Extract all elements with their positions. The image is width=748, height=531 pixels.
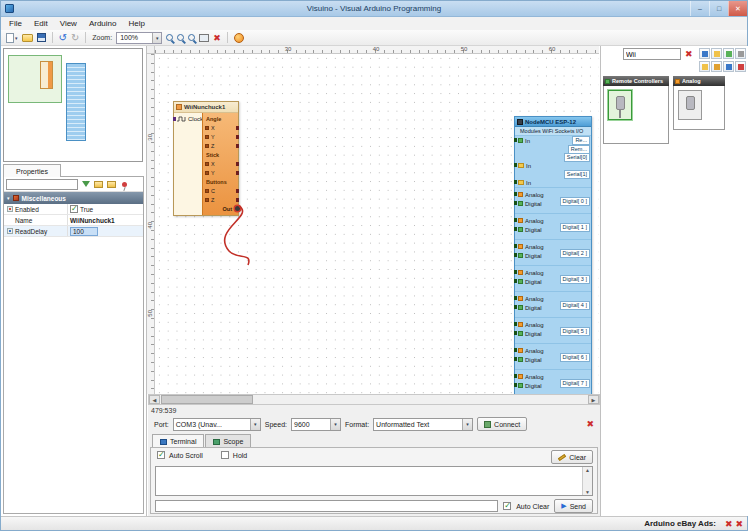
horizontal-scrollbar[interactable]: ◀ ▶: [148, 394, 600, 405]
terminal-scrollbar[interactable]: ▲▼: [582, 467, 592, 495]
nodemcu-header[interactable]: NodeMCU ESP-12: [515, 117, 591, 127]
pin-row[interactable]: Y: [203, 169, 238, 177]
serial-in-pin-row[interactable]: In: [515, 161, 591, 170]
filter-toggle-button[interactable]: [699, 48, 710, 59]
pin-row[interactable]: X: [203, 124, 238, 132]
menu-file[interactable]: File: [3, 17, 28, 30]
menu-help[interactable]: Help: [122, 17, 150, 30]
wiinunchuck-block[interactable]: WiiNunchuck1 Clock Angle X Y Z Stick X Y…: [173, 101, 239, 216]
analog-component-item[interactable]: [678, 90, 702, 120]
redo-button[interactable]: ↻: [71, 33, 79, 43]
input-pin[interactable]: [514, 270, 517, 274]
input-pin[interactable]: [514, 374, 517, 378]
tab-scope[interactable]: Scope: [205, 434, 251, 448]
input-pin[interactable]: [514, 331, 517, 335]
scroll-right-icon[interactable]: ▶: [588, 395, 599, 404]
pin-row[interactable]: C: [203, 187, 238, 195]
pin-row[interactable]: Z: [203, 142, 238, 150]
sort-button[interactable]: [723, 61, 734, 72]
property-category-row[interactable]: ▾ Miscellaneous: [4, 192, 143, 204]
input-pin[interactable]: [514, 138, 517, 142]
input-pin[interactable]: [514, 305, 517, 309]
clock-pin-row[interactable]: Clock: [174, 116, 203, 122]
disconnect-icon[interactable]: ✖: [586, 419, 594, 429]
minimap-viewport[interactable]: [8, 55, 62, 103]
auto-scroll-checkbox[interactable]: [157, 451, 165, 459]
close-ads-icon[interactable]: ✖: [725, 519, 733, 529]
component-search-input[interactable]: [623, 48, 681, 60]
wiinunchuck-component-item[interactable]: [608, 90, 632, 120]
input-pin[interactable]: [514, 163, 517, 167]
input-pin[interactable]: [514, 227, 517, 231]
nodemcu-block[interactable]: NodeMCU ESP-12 Modules WiFi Sockets I/O …: [514, 116, 592, 394]
zoom-in-button[interactable]: [166, 34, 173, 41]
collapse-categories-button[interactable]: [711, 61, 722, 72]
property-row-enabled[interactable]: Enabled True: [4, 204, 143, 215]
category-header[interactable]: Analog: [673, 76, 725, 86]
tab-properties[interactable]: Properties: [3, 164, 61, 177]
zoom-out-button[interactable]: [177, 34, 184, 41]
menu-view[interactable]: View: [54, 17, 83, 30]
zoom-fit-button[interactable]: [199, 34, 209, 42]
property-row-name[interactable]: Name WiiNunchuck1: [4, 215, 143, 226]
open-project-button[interactable]: [22, 34, 33, 42]
speed-select[interactable]: 9600▾: [291, 418, 341, 431]
output-pin[interactable]: [236, 126, 239, 130]
hold-checkbox[interactable]: [221, 451, 229, 459]
input-pin-row[interactable]: In Re...: [515, 136, 591, 145]
close-button[interactable]: ✕: [728, 1, 747, 16]
delete-button[interactable]: ✖: [213, 33, 221, 43]
pin-row[interactable]: X: [203, 160, 238, 168]
menu-edit[interactable]: Edit: [28, 17, 54, 30]
properties-filter-input[interactable]: [6, 179, 78, 190]
new-project-button[interactable]: ▾: [6, 33, 18, 43]
filter-properties-button[interactable]: [80, 179, 91, 190]
input-pin[interactable]: [514, 180, 517, 184]
collapse-all-button[interactable]: [106, 179, 117, 190]
send-input[interactable]: [155, 500, 498, 512]
category-header[interactable]: Remote Controllers: [603, 76, 669, 86]
input-pin[interactable]: [514, 192, 517, 196]
minimize-button[interactable]: –: [690, 1, 709, 16]
zoom-reset-button[interactable]: [188, 34, 195, 41]
wiinunchuck-header[interactable]: WiiNunchuck1: [174, 102, 238, 113]
input-pin[interactable]: [514, 253, 517, 257]
output-pin[interactable]: [236, 135, 239, 139]
clear-search-icon[interactable]: ✖: [685, 49, 693, 59]
auto-clear-checkbox[interactable]: [503, 502, 511, 510]
readdelay-editor[interactable]: 100: [70, 227, 98, 236]
pin-row[interactable]: Z: [203, 196, 238, 204]
property-row-readdelay[interactable]: ReadDelay 100: [4, 226, 143, 237]
send-button[interactable]: ▶Send: [554, 499, 593, 513]
output-pin[interactable]: [236, 171, 239, 175]
format-select[interactable]: Unformatted Text▾: [373, 418, 473, 431]
input-pin[interactable]: [514, 348, 517, 352]
pin-palette-button[interactable]: [735, 61, 746, 72]
input-pin[interactable]: [514, 357, 517, 361]
tab-terminal[interactable]: Terminal: [152, 434, 204, 448]
zoom-select[interactable]: 100%▾: [116, 32, 162, 44]
upload-to-arduino-button[interactable]: [234, 33, 244, 43]
clock-pin[interactable]: [173, 117, 176, 121]
out-pin-row[interactable]: Out: [203, 205, 238, 213]
pin-row[interactable]: Y: [203, 133, 238, 141]
design-canvas[interactable]: WiiNunchuck1 Clock Angle X Y Z Stick X Y…: [155, 54, 599, 394]
clear-button[interactable]: Clear: [551, 450, 593, 464]
save-project-button[interactable]: [37, 33, 46, 42]
scroll-left-icon[interactable]: ◀: [149, 395, 160, 404]
output-pin[interactable]: [236, 162, 239, 166]
input-pin[interactable]: [514, 279, 517, 283]
input-pin[interactable]: [514, 322, 517, 326]
scroll-up-icon[interactable]: ▲: [585, 467, 590, 473]
output-pin[interactable]: [236, 198, 239, 202]
output-pin[interactable]: [236, 144, 239, 148]
output-pin[interactable]: [236, 189, 239, 193]
overview-minimap[interactable]: [3, 48, 143, 162]
input-pin[interactable]: [514, 296, 517, 300]
enabled-checkbox[interactable]: [70, 205, 78, 213]
input-pin[interactable]: [514, 201, 517, 205]
terminal-output[interactable]: ▲▼: [155, 466, 593, 496]
undo-button[interactable]: ↺: [59, 33, 67, 43]
view-list-button[interactable]: [723, 48, 734, 59]
expand-all-button[interactable]: [93, 179, 104, 190]
